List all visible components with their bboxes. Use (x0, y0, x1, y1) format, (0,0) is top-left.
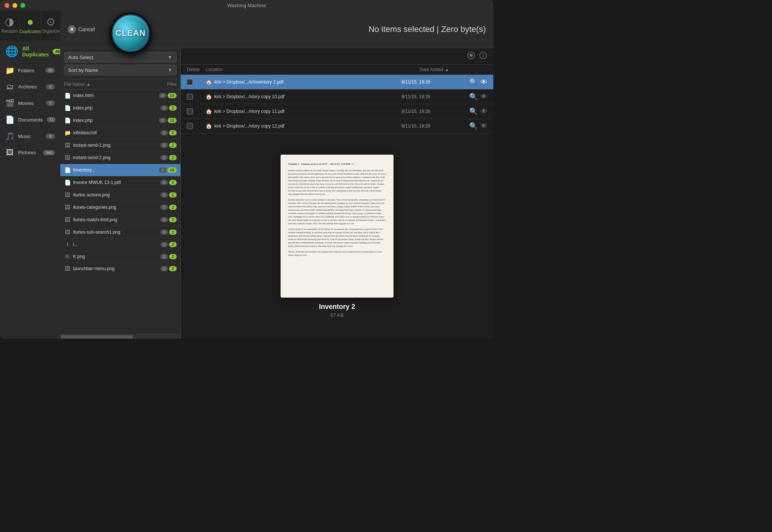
detail-row[interactable]: 🏠 kirk > Dropbox/.../ntory copy 12.pdf 8… (181, 119, 493, 134)
file-list-container: Auto Select ▼ Sort by Name ▼ File Name ▲… (60, 48, 493, 339)
sidebar-item-music[interactable]: 🎵 Music 0 (0, 128, 60, 144)
eye-button[interactable]: 👁 (481, 122, 487, 130)
all-duplicates-icon: 🌐 (5, 45, 18, 58)
music-count: 0 (46, 134, 55, 139)
minimize-button[interactable] (12, 3, 17, 8)
list-item[interactable]: 📄 index.php 0 10 (60, 114, 180, 127)
documents-count: 71 (47, 117, 56, 122)
tab-reclaim[interactable]: ◑ Reclaim (0, 11, 20, 41)
file-badges: 0 2 (160, 192, 177, 198)
maximize-button[interactable] (20, 3, 25, 8)
file-icon: 📄 (64, 93, 71, 99)
checkbox[interactable] (187, 94, 193, 100)
preview-toggle-button[interactable] (467, 51, 475, 61)
sidebar-item-folders[interactable]: 📁 Folders 49 (0, 62, 60, 79)
clean-label: CLEAN (115, 28, 146, 38)
clean-button-wrap[interactable]: CLEAN (110, 12, 151, 54)
folders-icon: 📁 (5, 66, 14, 75)
detail-table-header: Delete Location Date Added ▲ (181, 65, 493, 75)
clean-button[interactable]: CLEAN (112, 14, 150, 52)
sidebar-item-documents[interactable]: 📄 Documents 71 (0, 111, 60, 128)
delete-checkbox[interactable] (187, 108, 206, 114)
file-badges: 0 2 (160, 266, 177, 271)
list-item[interactable]: 🖼 launchbar-menu.png 0 2 (60, 263, 180, 275)
detail-row-selected[interactable]: 🏠 kirk > Dropbox/.../s/Inventory 2.pdf 8… (181, 75, 493, 90)
detail-row[interactable]: 🏠 kirk > Dropbox/.../ntory copy 10.pdf 8… (181, 90, 493, 104)
list-item[interactable]: 🖼 instant-send-2.png 0 2 (60, 152, 180, 164)
file-badges: 0 49 (159, 167, 177, 173)
file-icon: 🖼 (64, 266, 71, 272)
list-item[interactable]: 📄 index.php 0 2 (60, 102, 180, 114)
cancel-icon: ✕ (68, 25, 76, 33)
checkbox[interactable] (187, 108, 193, 114)
tab-duplicates[interactable]: ● Duplicates (20, 11, 41, 41)
list-item[interactable]: 🖼 itunes-sub-search1.png 0 2 (60, 226, 180, 239)
folders-label: Folders (18, 68, 41, 73)
delete-checkbox[interactable] (187, 79, 206, 85)
sidebar-item-all-duplicates[interactable]: 🌐 All Duplicates 460 (0, 41, 60, 62)
col-location-header: Location (206, 67, 420, 72)
checkbox[interactable] (187, 123, 193, 129)
list-item[interactable]: ℹ i... 0 2 (60, 239, 180, 251)
magnify-button[interactable]: 🔍 (469, 93, 478, 101)
list-item[interactable]: 🖼 instant-send-1.png 0 2 (60, 139, 180, 152)
eye-button[interactable]: 👁 (481, 93, 487, 101)
eye-button[interactable]: 👁 (481, 78, 487, 86)
preview-chapter-header: Chapter I - Seamus arrives in NYC - 10/1… (288, 162, 386, 166)
file-name: index.php (73, 118, 157, 123)
file-name: instant-send-2.png (73, 155, 158, 160)
file-badges: 0 2 (160, 130, 177, 135)
checkbox[interactable] (187, 79, 193, 85)
cancel-button[interactable]: ✕ Cancel (68, 25, 95, 33)
file-name: itunes-categories.png (73, 205, 158, 210)
sort-label: Sort by Name (68, 67, 98, 73)
location-text: kirk > Dropbox/.../ntory copy 12.pdf (214, 123, 284, 129)
delete-checkbox[interactable] (187, 94, 206, 100)
list-item[interactable]: K K.png 0 2 (60, 251, 180, 263)
file-list-scroll[interactable]: 📄 index.html 0 14 📄 index.php 0 2 (60, 90, 180, 334)
location-text: kirk > Dropbox/.../ntory copy 11.pdf (214, 109, 284, 114)
eye-button[interactable]: 👁 (481, 108, 487, 116)
delete-checkbox[interactable] (187, 123, 206, 129)
file-icon: 📄 (64, 105, 71, 111)
list-item[interactable]: 🖼 itunes-match-limit.png 0 2 (60, 214, 180, 226)
file-name: infinitescroll (73, 130, 158, 135)
file-badges: 0 2 (160, 230, 177, 235)
magnify-button[interactable]: 🔍 (469, 78, 478, 86)
sidebar-item-pictures[interactable]: 🖼 Pictures 340 (0, 144, 60, 161)
detail-row[interactable]: 🏠 kirk > Dropbox/.../ntory copy 11.pdf 8… (181, 104, 493, 119)
info-button[interactable]: i (479, 51, 487, 61)
app-header: ✕ Cancel CLEAN No items selected | Zero … (60, 11, 493, 48)
tab-organize[interactable]: ⊙ Organize (41, 11, 60, 41)
list-item[interactable]: 🖼 itunes-actions.png 0 2 (60, 189, 180, 201)
location-cell: 🏠 kirk > Dropbox/.../ntory copy 12.pdf (206, 123, 401, 129)
col-delete-header: Delete (187, 67, 206, 72)
location-cell: 🏠 kirk > Dropbox/.../ntory copy 10.pdf (206, 94, 401, 100)
file-badges: 0 2 (160, 180, 177, 185)
magnify-button[interactable]: 🔍 (469, 122, 478, 130)
list-item-selected[interactable]: 📄 Inventory... 0 49 (60, 164, 180, 176)
list-item[interactable]: 📁 infinitescroll 0 2 (60, 127, 180, 139)
close-button[interactable] (5, 3, 9, 8)
documents-icon: 📄 (5, 115, 14, 124)
list-item[interactable]: 📄 Invoice MWUK 13-1.pdf 0 2 (60, 176, 180, 189)
file-name: itunes-actions.png (73, 192, 158, 198)
list-item[interactable]: 🖼 itunes-categories.png 0 2 (60, 201, 180, 214)
movies-count: 0 (46, 100, 55, 106)
row-actions: 🔍 👁 (469, 93, 487, 101)
horizontal-scrollbar[interactable] (60, 334, 180, 339)
sidebar-item-archives[interactable]: 🗂 Archives 0 (0, 79, 60, 95)
movies-label: Movies (18, 100, 42, 106)
sort-dropdown[interactable]: Sort by Name ▼ (64, 65, 177, 75)
right-panel: i Delete Location Date Added ▲ (181, 48, 493, 339)
location-text: kirk > Dropbox/.../ntory copy 10.pdf (214, 94, 284, 99)
sidebar-item-movies[interactable]: 🎬 Movies 0 (0, 95, 60, 111)
window-title: Washing Machine (227, 3, 266, 8)
row-actions: 🔍 👁 (469, 107, 487, 116)
sort-arrow: ▼ (167, 67, 172, 73)
magnify-button[interactable]: 🔍 (469, 107, 478, 116)
list-item[interactable]: 📄 index.html 0 14 (60, 90, 180, 102)
detail-header: i (181, 48, 493, 65)
file-icon: 📁 (64, 130, 71, 136)
organize-icon: ⊙ (46, 17, 55, 27)
